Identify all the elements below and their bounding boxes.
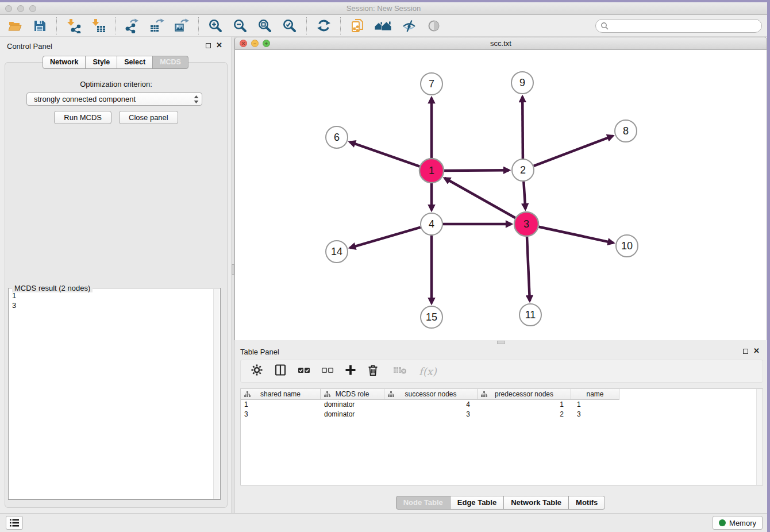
open-file-button[interactable] (7, 17, 23, 34)
toolbar-separator (56, 17, 57, 34)
tab-network-table[interactable]: Network Table (503, 496, 569, 510)
close-panel-icon[interactable] (216, 41, 222, 49)
column-header-shared-name[interactable]: shared name (241, 389, 321, 400)
network-graph[interactable]: 7968124314101511 (235, 50, 767, 340)
disabled-view-icon (427, 19, 441, 33)
tab-network[interactable]: Network (43, 56, 86, 69)
mcds-result-box: MCDS result (2 nodes) 1 3 (8, 288, 221, 500)
optimization-criterion-label: Optimization criterion: (5, 80, 227, 88)
function-builder-button[interactable]: f(x) (419, 365, 437, 377)
table-settings-button[interactable] (251, 364, 263, 379)
tab-style[interactable]: Style (85, 56, 117, 69)
zoom-selected-icon (282, 18, 297, 33)
task-history-button[interactable] (6, 516, 23, 530)
deselect-all-button[interactable] (321, 365, 334, 377)
table-row[interactable]: 1dominator411 (241, 400, 763, 410)
column-header-MCDS-role[interactable]: MCDS role (321, 389, 384, 400)
column-header-predecessor-nodes[interactable]: predecessor nodes (478, 389, 571, 400)
close-panel-icon[interactable] (753, 347, 760, 354)
svg-text:6: 6 (334, 132, 340, 143)
toolbar-separator (198, 17, 199, 34)
tab-select[interactable]: Select (117, 56, 153, 69)
refresh-view-button[interactable] (315, 17, 332, 34)
graph-edge-3-1[interactable] (445, 178, 515, 218)
result-scrollbar[interactable] (213, 289, 220, 499)
graph-node-4[interactable]: 4 (421, 213, 442, 235)
import-table-button[interactable] (90, 17, 106, 34)
cell: dominator (321, 400, 384, 410)
run-mcds-button[interactable]: Run MCDS (54, 111, 111, 124)
tab-motifs[interactable]: Motifs (568, 496, 605, 510)
graph-node-15[interactable]: 15 (421, 306, 442, 328)
network-view-title: scc.txt (235, 37, 767, 50)
graph-edge-1-2[interactable] (444, 170, 509, 171)
graph-node-11[interactable]: 11 (519, 304, 541, 326)
control-panel-title: Control Panel (7, 42, 52, 51)
table-row[interactable]: 3dominator323 (241, 410, 763, 419)
float-panel-icon[interactable] (206, 43, 211, 48)
graph-edge-1-6[interactable] (350, 142, 420, 167)
export-table-icon (149, 18, 164, 33)
svg-text:2: 2 (520, 164, 526, 176)
zoom-fit-button[interactable] (257, 17, 273, 34)
zoom-selected-button[interactable] (282, 17, 298, 34)
graph-node-1[interactable]: 1 (419, 159, 444, 183)
search-input[interactable] (611, 21, 761, 31)
tab-mcds[interactable]: MCDS (152, 56, 188, 69)
hide-panel-button[interactable] (401, 17, 417, 34)
graph-edge-3-11[interactable] (527, 237, 530, 301)
column-header-name[interactable]: name (571, 389, 619, 400)
graph-node-7[interactable]: 7 (421, 73, 442, 95)
save-session-button[interactable] (32, 17, 48, 34)
apply-layout-button[interactable] (374, 17, 392, 34)
optimization-criterion-select[interactable]: strongly connected component (26, 92, 202, 106)
clone-network-button[interactable] (349, 17, 365, 34)
mcds-tab-content: Optimization criterion: strongly connect… (5, 62, 228, 508)
window-title: Session: New Session (0, 2, 767, 14)
table-scrollbar[interactable] (756, 389, 763, 485)
network-window-titlebar[interactable]: scc.txt (234, 37, 767, 50)
graph-node-10[interactable]: 10 (616, 235, 638, 257)
close-panel-button[interactable]: Close panel (119, 111, 178, 124)
float-panel-icon[interactable] (743, 349, 748, 354)
splitter-grip[interactable] (497, 341, 505, 344)
toggle-view-button[interactable] (426, 17, 442, 34)
graph-node-14[interactable]: 14 (326, 241, 348, 263)
svg-text:14: 14 (331, 246, 342, 257)
tab-node-table[interactable]: Node Table (396, 496, 451, 510)
select-all-button[interactable] (298, 365, 310, 377)
svg-text:10: 10 (621, 240, 633, 252)
import-network-button[interactable] (66, 17, 82, 34)
graph-node-2[interactable]: 2 (512, 159, 534, 181)
tab-edge-table[interactable]: Edge Table (450, 496, 504, 510)
graph-edge-2-8[interactable] (534, 136, 613, 166)
show-columns-button[interactable] (274, 364, 287, 379)
zoom-in-button[interactable] (207, 17, 224, 34)
column-header-successor-nodes[interactable]: successor nodes (384, 389, 478, 400)
graph-node-9[interactable]: 9 (511, 72, 533, 94)
node-table: shared nameMCDS rolesuccessor nodesprede… (240, 388, 763, 485)
horizontal-splitter[interactable] (234, 340, 767, 345)
graph-node-3[interactable]: 3 (514, 212, 538, 236)
graph-edge-2-9[interactable] (522, 97, 523, 159)
export-table-button[interactable] (149, 17, 165, 34)
delete-table-button[interactable] (393, 365, 408, 377)
add-column-button[interactable] (345, 364, 356, 378)
graph-node-8[interactable]: 8 (615, 120, 637, 142)
graph-edge-4-14[interactable] (350, 228, 421, 248)
zoom-out-button[interactable] (232, 17, 248, 34)
delete-column-button[interactable] (367, 364, 379, 379)
graph-edge-3-10[interactable] (539, 227, 614, 243)
graph-node-6[interactable]: 6 (326, 126, 348, 148)
deselect-all-icon (321, 365, 334, 375)
import-table-icon (91, 18, 106, 33)
mcds-result-text[interactable]: 1 3 (9, 290, 213, 499)
graph-edge-2-3[interactable] (523, 182, 525, 209)
export-network-button[interactable] (124, 17, 140, 34)
export-image-button[interactable] (174, 17, 190, 34)
network-canvas[interactable]: 7968124314101511 (234, 50, 767, 340)
memory-button[interactable]: Memory (713, 516, 763, 530)
cell: 3 (241, 410, 321, 419)
cell: dominator (321, 410, 384, 419)
toolbar-separator (340, 17, 341, 34)
